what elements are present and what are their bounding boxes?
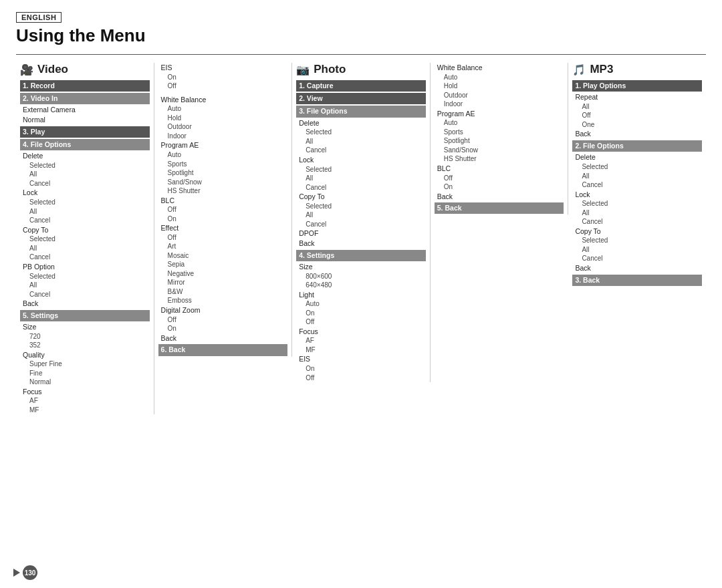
menu-item: Normal — [20, 115, 150, 125]
menu-item: AF — [20, 396, 150, 406]
menu-item: Cancel — [296, 183, 426, 192]
menu-item: Sand/Snow — [435, 146, 564, 155]
menu-item: Off — [296, 374, 426, 383]
menu-item: Lock — [572, 190, 702, 200]
menu-item: 1. Capture — [296, 80, 426, 92]
menu-item: Selected — [296, 165, 426, 174]
menu-tree-video2: EISOnOffWhite BalanceAutoHoldOutdoorIndo… — [158, 63, 288, 356]
menu-item: Auto — [435, 73, 564, 82]
menu-item: Cancel — [572, 180, 702, 190]
bottom-bar: 130 — [13, 565, 37, 580]
menu-item: Digital Zoom — [158, 305, 288, 315]
menu-item: BLC — [435, 164, 564, 174]
menu-item: All — [20, 244, 150, 253]
menu-item: HS Shutter — [158, 186, 288, 196]
menu-item: All — [20, 207, 150, 216]
menu-item: Indoor — [435, 100, 564, 109]
menu-item: Selected — [20, 198, 150, 207]
menu-item: Lock — [296, 155, 426, 165]
column-photo2: White BalanceAutoHoldOutdoorIndoorProgra… — [431, 63, 569, 214]
menu-item: All — [20, 170, 150, 179]
menu-item: All — [572, 172, 702, 181]
menu-item: Auto — [158, 150, 288, 160]
mp3-title: MP3 — [590, 63, 613, 76]
menu-item: On — [296, 364, 426, 374]
menu-item: Off — [572, 111, 702, 120]
english-badge: ENGLISH — [16, 12, 706, 25]
menu-item: 640×480 — [296, 281, 426, 290]
menu-item: AF — [296, 336, 426, 345]
menu-item: All — [572, 245, 702, 255]
divider — [16, 54, 706, 55]
menu-item: Selected — [20, 272, 150, 281]
section-heading-video: 🎥Video — [20, 63, 150, 76]
menu-item: Program AE — [435, 109, 564, 119]
menu-item: All — [20, 281, 150, 290]
section-heading-mp3: 🎵MP3 — [572, 63, 702, 76]
menu-item: Sports — [435, 128, 564, 137]
menu-item: Lock — [20, 188, 150, 198]
menu-item: Outdoor — [435, 91, 564, 100]
arrow-icon — [13, 569, 20, 577]
menu-item: BLC — [158, 196, 288, 206]
menu-item: Off — [296, 317, 426, 327]
menu-item: Cancel — [20, 179, 150, 188]
menu-item: Off — [158, 315, 288, 325]
menu-item: 1. Play Options — [572, 80, 702, 92]
menu-item: EIS — [158, 63, 288, 73]
menu-item: Copy To — [296, 192, 426, 202]
menu-item: Repeat — [572, 92, 702, 102]
menu-item: DPOF — [296, 229, 426, 239]
column-video: 🎥Video1. Record2. Video InExternal Camer… — [16, 63, 154, 414]
menu-item: Cancel — [20, 216, 150, 225]
menu-item: Sepia — [158, 260, 288, 269]
menu-item: 2. File Options — [572, 140, 702, 152]
menu-item: Delete — [20, 151, 150, 161]
menu-item: Copy To — [572, 227, 702, 237]
menu-item: 3. File Options — [296, 106, 426, 117]
menu-item: All — [296, 137, 426, 146]
menu-item: Quality — [20, 350, 150, 360]
menu-item: HS Shutter — [435, 154, 564, 164]
menu-item: Selected — [296, 128, 426, 137]
menu-item: 3. Back — [572, 275, 702, 286]
menu-item: Sports — [158, 160, 288, 169]
menu-item: Off — [435, 174, 564, 183]
menu-item: One — [572, 120, 702, 130]
menu-item: MF — [20, 406, 150, 415]
menu-item: Light — [296, 290, 426, 300]
menu-item: Indoor — [158, 132, 288, 141]
menu-item: Cancel — [572, 254, 702, 263]
menu-item: 720 — [20, 332, 150, 341]
menu-item: B&W — [158, 287, 288, 297]
menu-item: Selected — [572, 199, 702, 208]
menu-item: Cancel — [20, 290, 150, 299]
menu-item: All — [572, 208, 702, 218]
menu-item: Auto — [296, 299, 426, 309]
menu-item: On — [158, 324, 288, 333]
menu-item: PB Option — [20, 262, 150, 272]
menu-item: Sand/Snow — [158, 178, 288, 187]
menu-item: All — [572, 102, 702, 112]
menu-item: 4. Settings — [296, 250, 426, 261]
page-container: ENGLISH Using the Menu 🎥Video1. Record2.… — [0, 0, 722, 421]
menu-item: Cancel — [20, 253, 150, 262]
menu-item: On — [296, 309, 426, 318]
menu-item: Focus — [20, 387, 150, 397]
menu-item: Emboss — [158, 296, 288, 305]
menu-item: Normal — [20, 378, 150, 387]
menu-item: EIS — [296, 354, 426, 364]
menu-item: Back — [158, 333, 288, 343]
menu-item: Back — [572, 129, 702, 139]
menu-item: Selected — [572, 236, 702, 245]
menu-item: Auto — [435, 118, 564, 128]
menu-item: 1. Record — [20, 80, 150, 92]
menu-item: Back — [20, 299, 150, 309]
menu-item: Size — [296, 262, 426, 272]
menu-item: Selected — [20, 161, 150, 170]
photo-icon: 📷 — [296, 63, 310, 76]
photo-title: Photo — [314, 63, 346, 76]
menu-item: On — [158, 214, 288, 224]
video-icon: 🎥 — [20, 63, 33, 76]
menu-item: Art — [158, 242, 288, 251]
